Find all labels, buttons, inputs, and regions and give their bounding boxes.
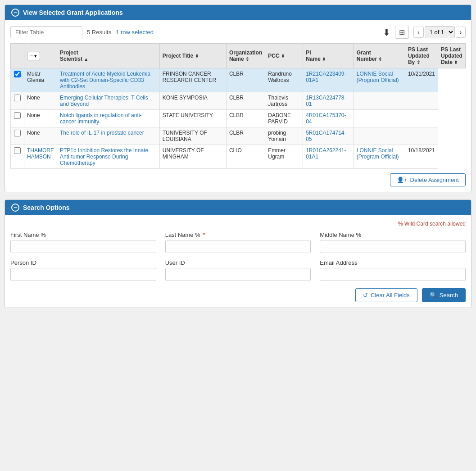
grant-link[interactable]: 1R01CA262241-01A1 [306, 147, 346, 160]
title-link[interactable]: Emerging Cellular Therapies: T-Cells and… [60, 95, 148, 107]
last-name-group: Last Name % * [165, 231, 311, 253]
grant-link[interactable]: 1R13CA224778-01 [306, 95, 346, 107]
search-panel-body: % Wild Card search allowed First Name % … [5, 215, 471, 308]
col-header-pi: PIName ⇕ [303, 44, 354, 68]
col-header-pcc: PCC ⇕ [265, 44, 303, 68]
refresh-icon: ↺ [363, 292, 368, 299]
search-collapse-icon[interactable]: − [11, 204, 19, 212]
cell-grant: 1R21CA223409-01A1 [303, 68, 354, 92]
table-row: NoneThe role of IL-17 in prostate cancer… [11, 127, 466, 145]
page-select[interactable]: 1 of 1 [425, 26, 455, 38]
cell-updated-by: LONNIE Social (Program Official) [354, 145, 405, 169]
search-icon: 🔍 [430, 292, 437, 299]
row-selected: 1 row selected [116, 29, 154, 36]
cell-scientist: None [24, 127, 57, 145]
row-checkbox-cell [11, 92, 24, 110]
clear-btn-label: Clear All Fields [371, 292, 410, 299]
cell-pi: probing Yomain [265, 127, 303, 145]
results-count: 5 Results [87, 29, 111, 36]
cell-pcc: CLBR [226, 110, 265, 127]
title-link[interactable]: The role of IL-17 in prostate cancer [60, 130, 144, 136]
col-header-updated-date: PS LastUpdatedDate ⇕ [438, 44, 465, 68]
last-name-label: Last Name % * [165, 231, 311, 238]
first-name-input[interactable] [10, 240, 156, 253]
updated-by-link[interactable]: LONNIE Social (Program Official) [357, 147, 399, 160]
cell-updated-date [405, 92, 438, 110]
cell-updated-by: LONNIE Social (Program Official) [354, 68, 405, 92]
delete-icon: 👤+ [397, 177, 408, 183]
search-button[interactable]: 🔍 Search [422, 288, 466, 302]
row-checkbox[interactable] [14, 95, 21, 101]
cell-grant: 4R01CA175370-04 [303, 110, 354, 127]
table-footer: 👤+ Delete Assignment [10, 173, 466, 186]
scientist-link[interactable]: THAMORE HAMSON [27, 147, 54, 160]
title-link[interactable]: Treatment of Acute Myeloid Leukemia with… [60, 71, 150, 90]
next-page-button[interactable]: › [456, 27, 466, 38]
updated-by-link[interactable]: LONNIE Social (Program Official) [357, 71, 399, 83]
column-menu-button[interactable]: ≡ ▾ [27, 52, 40, 60]
cell-grant: 1R01CA262241-01A1 [303, 145, 354, 169]
user-id-label: User ID [165, 259, 311, 266]
cell-updated-date: 10/18/2021 [405, 145, 438, 169]
col-header-menu: ≡ ▾ [24, 44, 57, 68]
first-name-group: First Name % [10, 231, 156, 253]
middle-name-input[interactable] [320, 240, 466, 253]
cell-org: STATE UNIVERSITY [159, 110, 226, 127]
grant-link[interactable]: 4R01CA175370-04 [306, 112, 346, 125]
search-footer: ↺ Clear All Fields 🔍 Search [10, 288, 466, 302]
col-header-grant: GrantNumber ⇕ [354, 44, 405, 68]
cell-pi: Randruno Waltross [265, 68, 303, 92]
last-name-required: * [203, 231, 205, 238]
title-link[interactable]: PTP1b Inhibition Restores the Innate Ant… [60, 147, 148, 166]
cell-title: Treatment of Acute Myeloid Leukemia with… [57, 68, 160, 92]
row-checkbox-cell [11, 127, 24, 145]
row-checkbox[interactable] [14, 130, 21, 136]
user-id-input[interactable] [165, 268, 311, 281]
col-header-org: OrganizationName ⇕ [226, 44, 265, 68]
grid-view-button[interactable]: ⊞ [395, 26, 409, 39]
person-id-group: Person ID [10, 259, 156, 281]
last-name-input[interactable] [165, 240, 311, 253]
middle-name-group: Middle Name % [320, 231, 466, 253]
download-button[interactable]: ⬇ [383, 27, 390, 38]
collapse-icon[interactable]: − [11, 9, 19, 17]
clear-all-fields-button[interactable]: ↺ Clear All Fields [355, 288, 417, 302]
prev-page-button[interactable]: ‹ [413, 27, 423, 38]
search-options-panel: − Search Options % Wild Card search allo… [5, 199, 471, 308]
cell-updated-by [354, 110, 405, 127]
cell-grant: 5R01CA174714-05 [303, 127, 354, 145]
cell-pcc: CLBR [226, 127, 265, 145]
person-id-label: Person ID [10, 259, 156, 266]
cell-title: PTP1b Inhibition Restores the Innate Ant… [57, 145, 160, 169]
grant-link[interactable]: 5R01CA174714-05 [306, 130, 346, 142]
col-header-updated-by: PS LastUpdatedBy ⇕ [405, 44, 438, 68]
row-checkbox[interactable] [14, 147, 21, 154]
cell-org: UNIVERSITY OF MINGHAM [159, 145, 226, 169]
person-id-input[interactable] [10, 268, 156, 281]
cell-title: The role of IL-17 in prostate cancer [57, 127, 160, 145]
cell-updated-by [354, 127, 405, 145]
delete-assignment-button[interactable]: 👤+ Delete Assignment [390, 173, 466, 186]
grant-link[interactable]: 1R21CA223409-01A1 [306, 71, 346, 83]
pagination: ‹ 1 of 1 › [413, 26, 466, 38]
cell-scientist: Mular Glemia [24, 68, 57, 92]
title-link[interactable]: Notch ligands in regulation of anti-canc… [60, 112, 141, 125]
cell-scientist: None [24, 92, 57, 110]
row-checkbox[interactable] [14, 71, 21, 77]
middle-name-label: Middle Name % [320, 231, 466, 238]
email-group: Email Address [320, 259, 466, 281]
row-checkbox-cell [11, 110, 24, 127]
table-row: THAMORE HAMSONPTP1b Inhibition Restores … [11, 145, 466, 169]
cell-updated-date [405, 110, 438, 127]
filter-input[interactable] [10, 26, 82, 38]
cell-updated-by [354, 92, 405, 110]
grant-panel-body: 5 Results 1 row selected ⬇ ⊞ ‹ 1 of 1 › … [5, 20, 471, 192]
row-checkbox[interactable] [14, 112, 21, 119]
cell-pcc: CLIO [226, 145, 265, 169]
email-input[interactable] [320, 268, 466, 281]
search-panel-header: − Search Options [5, 200, 471, 215]
cell-pcc: CLBR [226, 68, 265, 92]
search-form-grid: First Name % Last Name % * Middle Name %… [10, 231, 466, 281]
delete-btn-label: Delete Assignment [410, 177, 459, 183]
cell-org: FRINSON CANCER RESEARCH CENTER [159, 68, 226, 92]
